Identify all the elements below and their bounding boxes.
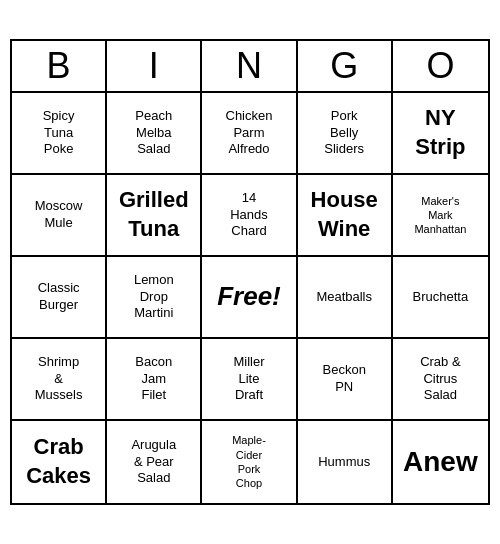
cell-text-r4-c3: Hummus [318, 454, 370, 471]
cell-r2-c0: Classic Burger [12, 257, 107, 339]
cell-r2-c2: Free! [202, 257, 297, 339]
cell-r4-c2: Maple- Cider Pork Chop [202, 421, 297, 503]
cell-text-r0-c3: Pork Belly Sliders [324, 108, 364, 159]
cell-text-r3-c2: Miller Lite Draft [233, 354, 264, 405]
cell-r4-c0: Crab Cakes [12, 421, 107, 503]
cell-text-r0-c4: NY Strip [415, 104, 465, 161]
bingo-header: BINGO [12, 41, 488, 93]
header-letter-n: N [202, 41, 297, 93]
cell-text-r3-c0: Shrimp & Mussels [35, 354, 83, 405]
cell-r0-c0: Spicy Tuna Poke [12, 93, 107, 175]
cell-r1-c1: Grilled Tuna [107, 175, 202, 257]
cell-r2-c4: Bruchetta [393, 257, 488, 339]
cell-text-r4-c0: Crab Cakes [26, 433, 91, 490]
cell-text-r2-c0: Classic Burger [38, 280, 80, 314]
cell-text-r3-c1: Bacon Jam Filet [135, 354, 172, 405]
cell-r3-c4: Crab & Citrus Salad [393, 339, 488, 421]
cell-r0-c1: Peach Melba Salad [107, 93, 202, 175]
cell-r1-c2: 14 Hands Chard [202, 175, 297, 257]
header-letter-o: O [393, 41, 488, 93]
header-letter-b: B [12, 41, 107, 93]
cell-text-r4-c1: Arugula & Pear Salad [131, 437, 176, 488]
cell-r3-c3: Beckon PN [298, 339, 393, 421]
cell-r1-c4: Maker's Mark Manhattan [393, 175, 488, 257]
cell-text-r0-c1: Peach Melba Salad [135, 108, 172, 159]
cell-text-r1-c1: Grilled Tuna [119, 186, 189, 243]
cell-r2-c1: Lemon Drop Martini [107, 257, 202, 339]
cell-text-r2-c4: Bruchetta [413, 289, 469, 306]
cell-text-r2-c2: Free! [217, 280, 281, 314]
cell-r0-c2: Chicken Parm Alfredo [202, 93, 297, 175]
cell-text-r2-c1: Lemon Drop Martini [134, 272, 174, 323]
cell-text-r0-c0: Spicy Tuna Poke [43, 108, 75, 159]
cell-text-r2-c3: Meatballs [316, 289, 372, 306]
bingo-card: BINGO Spicy Tuna PokePeach Melba SaladCh… [10, 39, 490, 505]
cell-r4-c3: Hummus [298, 421, 393, 503]
cell-r3-c0: Shrimp & Mussels [12, 339, 107, 421]
bingo-grid: Spicy Tuna PokePeach Melba SaladChicken … [12, 93, 488, 503]
cell-r2-c3: Meatballs [298, 257, 393, 339]
cell-r3-c1: Bacon Jam Filet [107, 339, 202, 421]
cell-r4-c1: Arugula & Pear Salad [107, 421, 202, 503]
cell-r0-c3: Pork Belly Sliders [298, 93, 393, 175]
cell-r0-c4: NY Strip [393, 93, 488, 175]
cell-text-r4-c4: Anew [403, 444, 478, 480]
cell-r1-c0: Moscow Mule [12, 175, 107, 257]
cell-r3-c2: Miller Lite Draft [202, 339, 297, 421]
cell-text-r3-c4: Crab & Citrus Salad [420, 354, 460, 405]
cell-text-r1-c3: House Wine [311, 186, 378, 243]
cell-r4-c4: Anew [393, 421, 488, 503]
cell-r1-c3: House Wine [298, 175, 393, 257]
cell-text-r3-c3: Beckon PN [323, 362, 366, 396]
cell-text-r0-c2: Chicken Parm Alfredo [226, 108, 273, 159]
header-letter-i: I [107, 41, 202, 93]
cell-text-r4-c2: Maple- Cider Pork Chop [232, 433, 266, 490]
header-letter-g: G [298, 41, 393, 93]
cell-text-r1-c4: Maker's Mark Manhattan [414, 194, 466, 237]
cell-text-r1-c2: 14 Hands Chard [230, 190, 268, 241]
cell-text-r1-c0: Moscow Mule [35, 198, 83, 232]
